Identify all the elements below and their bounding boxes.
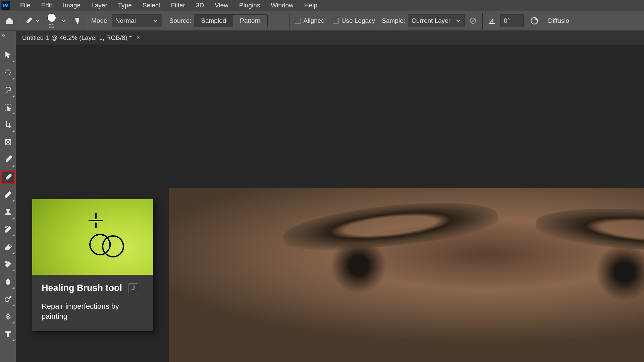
- close-icon[interactable]: ×: [137, 34, 140, 41]
- document-image: [169, 188, 644, 362]
- svg-point-16: [8, 176, 9, 177]
- brush-cursor-icon: [102, 235, 124, 257]
- move-tool[interactable]: [1, 49, 15, 62]
- mode-value: Normal: [115, 17, 136, 24]
- flyout-indicator-icon: [12, 60, 14, 62]
- brush-preset-picker[interactable]: 21: [44, 13, 59, 28]
- flyout-indicator-icon: [12, 77, 14, 79]
- flyout-indicator-icon: [12, 165, 14, 167]
- menu-file[interactable]: File: [15, 1, 36, 10]
- svg-point-15: [7, 177, 7, 178]
- mode-select[interactable]: Normal: [112, 14, 162, 27]
- history-brush-tool[interactable]: [1, 223, 15, 237]
- source-label: Source:: [167, 17, 194, 24]
- home-icon: [5, 16, 14, 25]
- document-title: Untitled-1 @ 46.2% (Layer 1, RGB/8) *: [22, 34, 132, 42]
- frame-tool[interactable]: [1, 136, 15, 149]
- type-tool-icon: [4, 330, 12, 339]
- document-tab[interactable]: Untitled-1 @ 46.2% (Layer 1, RGB/8) * ×: [16, 31, 146, 45]
- mode-label: Mode:: [89, 17, 112, 24]
- angle-icon: [487, 16, 497, 25]
- brush-size-value: 21: [49, 23, 55, 28]
- crop-tool-icon: [4, 121, 12, 130]
- source-option-sampled[interactable]: Sampled: [194, 15, 233, 27]
- menu-select[interactable]: Select: [137, 1, 166, 10]
- flyout-indicator-icon: [12, 321, 14, 323]
- dodge-tool[interactable]: [1, 293, 15, 306]
- brush-tool[interactable]: [1, 188, 15, 202]
- menu-layer[interactable]: Layer: [86, 1, 113, 10]
- brush-tool-icon: [4, 190, 12, 200]
- aligned-checkbox[interactable]: Aligned: [291, 17, 329, 24]
- svg-rect-3: [77, 22, 78, 24]
- chevron-right-icon: ››: [1, 32, 5, 38]
- crosshair-icon: [89, 213, 103, 228]
- eyedropper-tool[interactable]: [1, 154, 15, 167]
- history-brush-tool-icon: [4, 225, 12, 235]
- ignore-adjustment-layers-button[interactable]: [465, 13, 481, 28]
- pressure-icon: [530, 16, 539, 25]
- flyout-indicator-icon: [12, 130, 14, 132]
- healing-brush-tool-icon: [4, 173, 12, 182]
- sample-value: Current Layer: [412, 17, 450, 24]
- lasso-tool-icon: [4, 86, 12, 95]
- flyout-indicator-icon: [12, 269, 14, 271]
- menu-edit[interactable]: Edit: [36, 1, 58, 10]
- gradient-tool[interactable]: [1, 258, 15, 272]
- pen-tool[interactable]: [1, 310, 15, 324]
- diffusion-label: Diffusio: [545, 17, 572, 24]
- angle-value: 0°: [504, 17, 510, 24]
- object-selection-tool[interactable]: [1, 101, 15, 115]
- canvas-area[interactable]: Healing Brush tool J Repair imperfection…: [16, 45, 644, 362]
- aligned-label: Aligned: [304, 17, 325, 24]
- menu-filter[interactable]: Filter: [166, 1, 191, 10]
- brush-angle-icon-button[interactable]: [484, 13, 500, 28]
- gradient-tool-icon: [4, 260, 12, 269]
- eyedropper-tool-icon: [4, 156, 12, 165]
- brush-panel-icon: [73, 16, 82, 25]
- use-legacy-checkbox[interactable]: Use Legacy: [329, 17, 379, 24]
- brush-settings-button[interactable]: [69, 13, 86, 28]
- menu-window[interactable]: Window: [265, 1, 299, 10]
- home-button[interactable]: [1, 13, 17, 28]
- svg-point-19: [5, 261, 7, 263]
- marquee-tool[interactable]: [1, 66, 15, 80]
- lasso-tool[interactable]: [1, 84, 15, 97]
- svg-point-2: [29, 20, 30, 20]
- type-tool[interactable]: [1, 328, 15, 341]
- svg-point-7: [535, 18, 537, 20]
- pressure-for-size-button[interactable]: [526, 13, 542, 28]
- tool-preset-picker[interactable]: [20, 13, 44, 28]
- blur-tool[interactable]: [1, 276, 15, 289]
- source-option-pattern[interactable]: Pattern: [233, 15, 267, 27]
- clone-stamp-tool[interactable]: [1, 206, 15, 219]
- flyout-indicator-icon: [12, 217, 14, 219]
- menu-help[interactable]: Help: [299, 1, 323, 10]
- chevron-down-icon: [455, 18, 461, 24]
- source-toggle: Sampled Pattern: [194, 14, 267, 27]
- sample-select[interactable]: Current Layer: [408, 14, 465, 27]
- brush-angle-input[interactable]: 0°: [500, 14, 524, 27]
- toolbar-collapse-toggle[interactable]: ››: [0, 31, 16, 45]
- chevron-down-icon: [35, 18, 41, 24]
- eraser-tool-icon: [4, 243, 12, 252]
- options-bar: 21 Mode: Normal Source: Sampled Pattern …: [0, 11, 644, 31]
- menu-plugins[interactable]: Plugins: [234, 1, 265, 10]
- eraser-tool[interactable]: [1, 241, 15, 254]
- flyout-indicator-icon: [12, 95, 14, 97]
- tooltip-body: Healing Brush tool J Repair imperfection…: [32, 275, 153, 331]
- flyout-indicator-icon: [12, 112, 14, 114]
- move-tool-icon: [4, 51, 12, 60]
- object-selection-tool-icon: [4, 103, 12, 113]
- menu-image[interactable]: Image: [57, 1, 86, 10]
- crop-tool[interactable]: [1, 119, 15, 132]
- healing-brush-tool[interactable]: [1, 171, 15, 184]
- flyout-indicator-icon: [12, 234, 14, 236]
- chevron-down-icon[interactable]: [61, 18, 67, 24]
- frame-tool-icon: [4, 138, 12, 147]
- blur-tool-icon: [4, 278, 12, 287]
- flyout-indicator-icon: [12, 304, 14, 306]
- menu-3d[interactable]: 3D: [191, 1, 209, 10]
- menu-view[interactable]: View: [209, 1, 234, 10]
- menu-type[interactable]: Type: [113, 1, 137, 10]
